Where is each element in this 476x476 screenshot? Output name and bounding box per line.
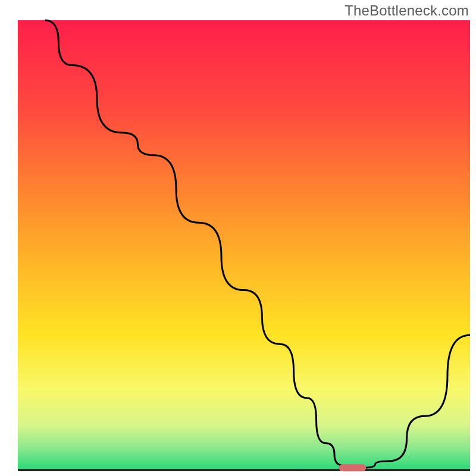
bottleneck-chart xyxy=(0,0,476,476)
plot-background xyxy=(18,20,470,470)
chart-container: TheBottleneck.com xyxy=(0,0,476,476)
current-point-marker xyxy=(339,464,367,471)
watermark-text: TheBottleneck.com xyxy=(345,2,469,19)
